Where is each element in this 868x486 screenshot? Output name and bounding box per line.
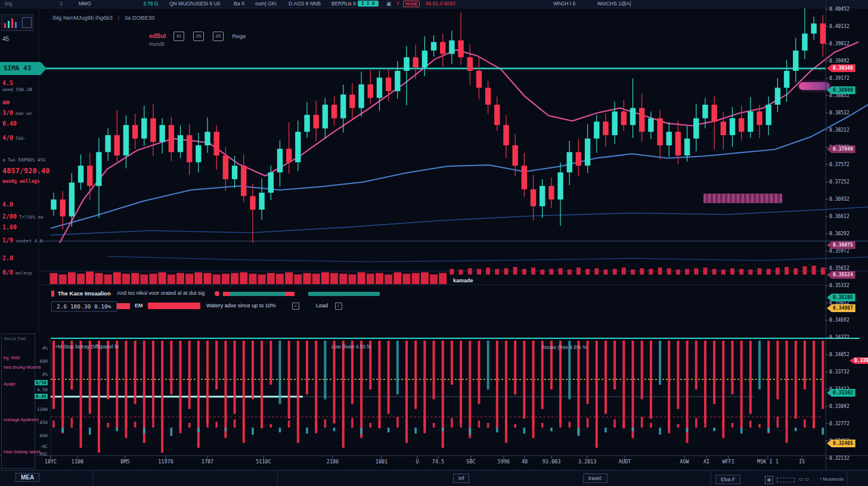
legend-dot bbox=[215, 291, 219, 296]
lower-axis-label: -0C bbox=[39, 444, 48, 449]
inf-button[interactable]: Inf bbox=[453, 473, 469, 483]
quote-row: 3/0mae an bbox=[2, 110, 32, 116]
top-menu-item[interactable]: 3 bbox=[60, 1, 63, 7]
legend-note: Watery adve since up to 10% bbox=[206, 303, 276, 309]
quote-row: 0.40 bbox=[2, 120, 17, 127]
bottom-toolbar: Inf travel: Elva F ▦ ▭ ▭ * Mustende bbox=[0, 470, 868, 486]
quote-row: 4/0500- bbox=[2, 135, 26, 141]
top-menu-item[interactable]: oum| GKI bbox=[255, 1, 277, 7]
strategy-item[interactable]: bg. Ma5 bbox=[4, 355, 20, 360]
chart-canvas[interactable] bbox=[0, 0, 868, 486]
top-menu-item[interactable]: WoICHS 1@A| bbox=[597, 1, 631, 7]
price-axis-label: 0.32772 bbox=[829, 421, 850, 426]
price-tag-teal: 0.33342 bbox=[827, 389, 855, 397]
mini-chart-thumbnail[interactable] bbox=[1, 14, 33, 31]
ohlc-readout: 2.6 100.30 0.10% bbox=[51, 301, 117, 311]
indicator-icon[interactable]: 41 bbox=[173, 32, 184, 41]
chart-toolbar: edBut 41 25 35 Rege mund5 bbox=[149, 32, 246, 41]
top-menu-item[interactable]: QN MUGhUSESI 6 U0 bbox=[169, 1, 221, 7]
top-menu-item[interactable]: MMO bbox=[79, 1, 91, 7]
price-axis-label: 0.33732 bbox=[829, 369, 850, 375]
left-price-badge: SIMA 43 bbox=[0, 62, 41, 75]
price-axis-label: 0.36612 bbox=[829, 214, 850, 219]
symbol-label[interactable]: Iblg NenMJug9b Ihg6b3 bbox=[52, 14, 113, 21]
top-menu-item[interactable]: ● bbox=[349, 1, 351, 7]
price-axis-label: 0.39812 bbox=[829, 41, 850, 46]
top-menu-item[interactable]: BERRUc 8 U bbox=[331, 1, 361, 7]
price-axis-label: 0.38212 bbox=[829, 127, 850, 133]
price-axis-label: 0.35332 bbox=[829, 283, 850, 288]
camera-icon[interactable]: 25 bbox=[193, 32, 204, 41]
top-menu-bar: brg3MMO3.78 GQN MUGhUSESI 6 U0Ba Xoum| G… bbox=[0, 0, 868, 8]
quote-row: 4.5 bbox=[2, 80, 13, 86]
strategy-panel-title: tra Lm Trad bbox=[4, 337, 26, 341]
lead-checkbox[interactable]: ✓ bbox=[335, 303, 342, 310]
ema-label: EM bbox=[135, 303, 143, 309]
trading-terminal: brg3MMO3.78 GQN MUGhUSESI 6 U0Ba Xoum| G… bbox=[0, 0, 868, 486]
layout-icon[interactable]: 35 bbox=[213, 32, 224, 41]
price-axis-label: 0.35972 bbox=[829, 248, 850, 254]
lower-axis-label: POC bbox=[39, 451, 48, 457]
legend-checkbox[interactable]: ✓ bbox=[292, 303, 299, 310]
macd-label[interactable]: +M Step betray Diffspanel fe bbox=[55, 344, 119, 350]
lower-axis-label: 1200 bbox=[37, 407, 48, 412]
price-axis-label: 0.32132 bbox=[829, 456, 850, 461]
hatched-zone-pill[interactable] bbox=[703, 194, 782, 203]
top-menu-item[interactable]: 7 bbox=[396, 1, 399, 7]
top-menu-item[interactable]: 65.61.0 8093 bbox=[426, 1, 455, 7]
top-menu-item[interactable]: Ba X bbox=[234, 1, 244, 7]
sell-button[interactable]: edBut bbox=[149, 33, 166, 39]
price-axis-label: 0.34692 bbox=[829, 317, 850, 323]
mea-button[interactable]: MEA bbox=[16, 473, 39, 482]
price-axis-label: 0.36932 bbox=[829, 197, 850, 202]
price-axis-label: 0.38532 bbox=[829, 110, 850, 116]
lower-axis-label: 0% bbox=[42, 372, 48, 377]
mustende-label[interactable]: * Mustende bbox=[820, 476, 844, 482]
legend-subtitle: And iso nikoi voor orated al at dut sig bbox=[117, 290, 205, 296]
quote-row: 1.60 bbox=[2, 224, 17, 230]
strategy-item[interactable]: Apapt bbox=[4, 381, 16, 387]
lead-label: Lead bbox=[316, 303, 328, 309]
top-menu-item[interactable]: WhGH I 6 bbox=[553, 1, 575, 7]
top-menu-item[interactable]: D.AGS 8 NNB bbox=[289, 1, 321, 7]
price-axis-label: 0.33092 bbox=[829, 404, 850, 409]
price-tag-yellow: 0.34907 bbox=[827, 304, 855, 312]
price-axis-label: 0.37252 bbox=[829, 179, 850, 185]
price-axis-label: 0.39492 bbox=[829, 58, 850, 64]
price-tag-red: 0.39348 bbox=[827, 64, 855, 72]
price-tag-teal: 0.35105 bbox=[827, 294, 855, 301]
lower-axis-label: 600 bbox=[39, 359, 48, 364]
top-menu-item[interactable]: ▣ bbox=[386, 1, 391, 7]
top-pill-button[interactable]: I I 0 bbox=[358, 1, 379, 7]
price-tag-purple: 0.37849 bbox=[827, 145, 855, 153]
alert-badge[interactable]: HUGE bbox=[403, 1, 420, 7]
price-axis-label: 0.37572 bbox=[829, 162, 850, 167]
hist-label[interactable]: house (free 4.6% % bbox=[542, 344, 587, 350]
signal-label[interactable]: Low (liven 4.55 fe bbox=[331, 344, 371, 350]
travel-button[interactable]: travel: bbox=[583, 473, 607, 483]
top-menu-item[interactable]: 3.78 G bbox=[143, 1, 159, 7]
price-axis[interactable]: 0.404520.401320.398120.394920.391720.388… bbox=[826, 0, 868, 471]
ema-swatch bbox=[117, 303, 130, 309]
price-axis-label: 0.36292 bbox=[829, 231, 850, 236]
strategy-item[interactable]: hear betway astutt bbox=[4, 449, 40, 454]
lower-axis-label: 6/50 bbox=[35, 380, 48, 385]
price-axis-label: 0.40452 bbox=[829, 7, 850, 12]
elva-button[interactable]: Elva F bbox=[715, 475, 740, 484]
lines-icon[interactable] bbox=[777, 478, 795, 482]
symbol-row: Iblg NenMJug9b Ihg6b3 | 3a DOBE30 bbox=[52, 14, 154, 21]
lower-axis-label: 4.50 bbox=[37, 387, 48, 392]
strategy-item[interactable]: hea shuAg Mcemb bbox=[4, 364, 41, 370]
lower-axis-label: 4% bbox=[42, 345, 48, 351]
toolbar-sub-label: mund5 bbox=[149, 41, 165, 47]
quote-row: am bbox=[2, 99, 10, 105]
price-tag-purple: 0.36075 bbox=[827, 241, 855, 249]
quote-row: 0/8molesp bbox=[2, 269, 32, 276]
replay-label[interactable]: 3a DOBE30 bbox=[125, 14, 155, 21]
range-button[interactable]: Rege bbox=[232, 33, 246, 39]
toggle-icon[interactable]: ▭ ▭ bbox=[799, 476, 809, 482]
lower-axis-label: 600 bbox=[39, 433, 48, 438]
grid-icon[interactable]: ▦ bbox=[765, 476, 773, 484]
strategy-item[interactable]: manage Apatrens bbox=[4, 417, 39, 422]
top-menu-item[interactable]: brg bbox=[5, 1, 12, 7]
